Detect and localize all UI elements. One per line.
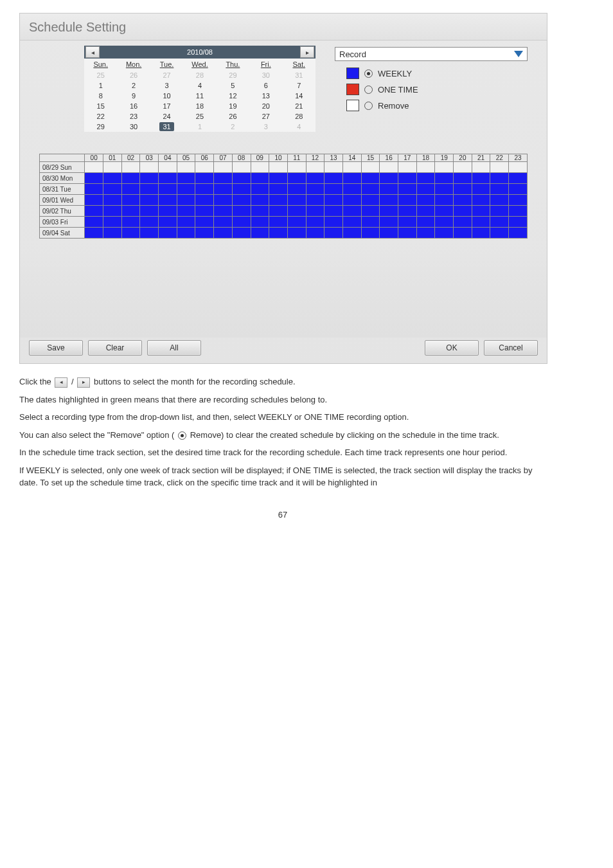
schedule-cell[interactable] <box>490 228 509 239</box>
next-month-button[interactable]: ▸ <box>300 46 314 58</box>
schedule-cell[interactable] <box>324 195 343 206</box>
schedule-cell[interactable] <box>398 206 417 217</box>
schedule-cell[interactable] <box>454 217 472 228</box>
schedule-cell[interactable] <box>195 217 214 228</box>
schedule-cell[interactable] <box>214 228 233 239</box>
save-button[interactable]: Save <box>29 340 83 356</box>
calendar-day-cell[interactable]: 30 <box>249 70 282 80</box>
schedule-cell[interactable] <box>342 206 361 217</box>
schedule-cell[interactable] <box>342 195 361 206</box>
schedule-cell[interactable] <box>472 228 490 239</box>
schedule-cell[interactable] <box>121 184 140 195</box>
schedule-cell[interactable] <box>121 228 140 239</box>
schedule-cell[interactable] <box>214 173 233 184</box>
calendar-day-cell[interactable]: 10 <box>150 91 183 101</box>
schedule-cell[interactable] <box>361 173 380 184</box>
schedule-cell[interactable] <box>103 206 122 217</box>
schedule-cell[interactable] <box>159 217 177 228</box>
schedule-cell[interactable] <box>269 173 288 184</box>
schedule-cell[interactable] <box>251 184 269 195</box>
schedule-cell[interactable] <box>177 206 195 217</box>
schedule-cell[interactable] <box>398 162 417 173</box>
calendar-day-cell[interactable]: 1 <box>84 80 117 91</box>
schedule-cell[interactable] <box>416 195 435 206</box>
schedule-cell[interactable] <box>159 162 177 173</box>
calendar-day-cell[interactable]: 25 <box>84 70 117 80</box>
calendar-day-cell[interactable]: 9 <box>117 91 150 101</box>
schedule-cell[interactable] <box>490 195 509 206</box>
schedule-cell[interactable] <box>251 173 269 184</box>
legend-onetime[interactable]: ONE TIME <box>346 84 528 95</box>
schedule-cell[interactable] <box>306 184 324 195</box>
schedule-cell[interactable] <box>306 228 324 239</box>
schedule-cell[interactable] <box>361 228 380 239</box>
schedule-cell[interactable] <box>232 184 251 195</box>
schedule-cell[interactable] <box>103 173 122 184</box>
calendar-day-cell[interactable]: 13 <box>249 91 282 101</box>
calendar-day-cell[interactable]: 16 <box>117 101 150 111</box>
schedule-cell[interactable] <box>85 195 103 206</box>
schedule-cell[interactable] <box>159 184 177 195</box>
prev-month-button[interactable]: ◂ <box>85 46 100 58</box>
all-button[interactable]: All <box>147 340 201 356</box>
schedule-cell[interactable] <box>103 162 122 173</box>
schedule-cell[interactable] <box>380 195 398 206</box>
schedule-grid[interactable]: 0001020304050607080910111213141516171819… <box>39 154 528 239</box>
schedule-cell[interactable] <box>342 173 361 184</box>
schedule-cell[interactable] <box>454 162 472 173</box>
schedule-cell[interactable] <box>306 162 324 173</box>
calendar-day-cell[interactable]: 6 <box>249 80 282 91</box>
schedule-cell[interactable] <box>251 228 269 239</box>
cancel-button[interactable]: Cancel <box>484 340 538 356</box>
schedule-cell[interactable] <box>232 195 251 206</box>
schedule-cell[interactable] <box>85 173 103 184</box>
schedule-cell[interactable] <box>509 162 528 173</box>
schedule-cell[interactable] <box>324 217 343 228</box>
schedule-cell[interactable] <box>177 184 195 195</box>
legend-remove[interactable]: Remove <box>346 100 528 111</box>
calendar-day-cell[interactable]: 20 <box>249 101 282 111</box>
ok-button[interactable]: OK <box>425 340 479 356</box>
schedule-cell[interactable] <box>454 195 472 206</box>
schedule-cell[interactable] <box>232 228 251 239</box>
schedule-cell[interactable] <box>435 228 454 239</box>
schedule-cell[interactable] <box>121 206 140 217</box>
schedule-cell[interactable] <box>435 184 454 195</box>
schedule-cell[interactable] <box>287 162 306 173</box>
onetime-radio[interactable] <box>364 86 373 94</box>
schedule-cell[interactable] <box>472 184 490 195</box>
calendar-day-cell[interactable]: 27 <box>249 111 282 122</box>
schedule-cell[interactable] <box>398 184 417 195</box>
schedule-cell[interactable] <box>121 195 140 206</box>
calendar-day-cell[interactable]: 4 <box>283 122 315 132</box>
calendar-day-cell[interactable]: 19 <box>217 101 249 111</box>
schedule-cell[interactable] <box>361 206 380 217</box>
schedule-cell[interactable] <box>380 228 398 239</box>
schedule-cell[interactable] <box>103 195 122 206</box>
schedule-cell[interactable] <box>380 184 398 195</box>
schedule-cell[interactable] <box>251 162 269 173</box>
schedule-cell[interactable] <box>509 206 528 217</box>
clear-button[interactable]: Clear <box>88 340 142 356</box>
calendar-day-cell[interactable]: 3 <box>249 122 282 132</box>
schedule-cell[interactable] <box>435 206 454 217</box>
schedule-cell[interactable] <box>177 228 195 239</box>
schedule-cell[interactable] <box>509 217 528 228</box>
calendar-day-cell[interactable]: 29 <box>84 122 117 132</box>
schedule-cell[interactable] <box>232 217 251 228</box>
schedule-cell[interactable] <box>214 217 233 228</box>
schedule-cell[interactable] <box>490 162 509 173</box>
schedule-cell[interactable] <box>140 217 159 228</box>
calendar-day-cell[interactable]: 12 <box>217 91 249 101</box>
schedule-cell[interactable] <box>140 228 159 239</box>
schedule-cell[interactable] <box>342 184 361 195</box>
schedule-cell[interactable] <box>214 184 233 195</box>
schedule-cell[interactable] <box>103 184 122 195</box>
calendar-day-cell[interactable]: 25 <box>183 111 216 122</box>
schedule-cell[interactable] <box>490 217 509 228</box>
schedule-cell[interactable] <box>251 195 269 206</box>
schedule-cell[interactable] <box>195 184 214 195</box>
schedule-cell[interactable] <box>140 184 159 195</box>
calendar-day-cell[interactable]: 30 <box>117 122 150 132</box>
schedule-cell[interactable] <box>416 162 435 173</box>
